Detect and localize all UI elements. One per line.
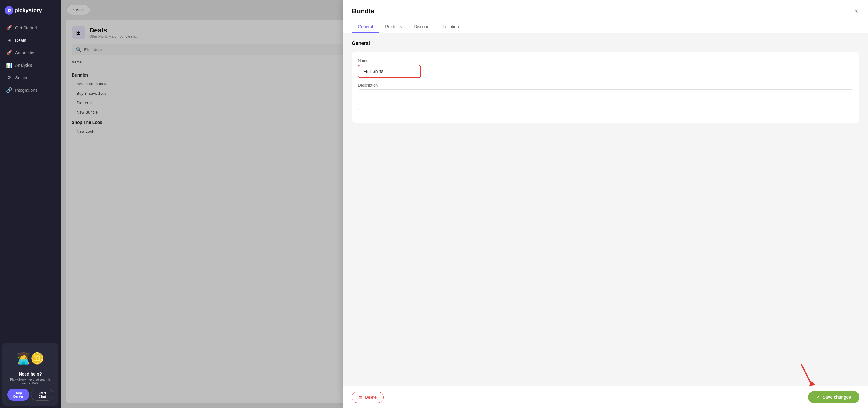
integrations-icon: 🔗 — [6, 87, 12, 93]
grid-icon: ⊞ — [6, 37, 12, 43]
sidebar-logo: ✿ pickystory — [0, 0, 61, 22]
main-area: ‹ Back ⊞ Deals Offer Mix & Match bundles… — [61, 0, 868, 408]
logo-icon: ✿ — [5, 6, 13, 14]
sidebar-item-label: Analytics — [15, 63, 32, 68]
sidebar-item-deals[interactable]: ⊞ Deals — [2, 34, 58, 46]
sidebar-item-get-started[interactable]: 🚀 Get Started — [2, 22, 58, 34]
sidebar: ✿ pickystory 🚀 Get Started ⊞ Deals 🚀 Aut… — [0, 0, 61, 408]
sidebar-item-label: Settings — [15, 75, 31, 80]
help-subtitle: PickyStory live chat team is online 24/7 — [7, 378, 54, 385]
tab-products[interactable]: Products — [379, 21, 408, 33]
save-label: Save changes — [823, 395, 851, 400]
modal-panel: Bundle × General Products Discount Locat… — [343, 0, 868, 408]
modal-backdrop: Bundle × General Products Discount Locat… — [61, 0, 868, 408]
check-icon: ✓ — [817, 395, 820, 400]
sidebar-item-label: Integrations — [15, 88, 37, 93]
description-input[interactable] — [358, 89, 854, 111]
description-label: Description — [358, 83, 854, 88]
tab-discount[interactable]: Discount — [408, 21, 436, 33]
sidebar-item-integrations[interactable]: 🔗 Integrations — [2, 84, 58, 96]
general-section-title: General — [352, 41, 860, 46]
start-chat-button[interactable]: Start Chat — [31, 388, 54, 401]
help-title: Need help? — [7, 372, 54, 376]
modal-close-button[interactable]: × — [853, 6, 860, 17]
name-form-group: Name — [358, 58, 854, 78]
automation-icon: 🚀 — [6, 50, 12, 56]
help-center-button[interactable]: Help Center — [7, 388, 29, 401]
analytics-icon: 📊 — [6, 62, 12, 68]
sidebar-item-label: Automation — [15, 51, 37, 55]
name-input[interactable] — [359, 66, 420, 77]
rocket-icon: 🚀 — [6, 25, 12, 31]
delete-label: Delete — [365, 395, 377, 400]
trash-icon: 🗑 — [359, 395, 363, 400]
name-label: Name — [358, 58, 854, 63]
sidebar-item-automation[interactable]: 🚀 Automation — [2, 47, 58, 59]
tab-location[interactable]: Location — [437, 21, 465, 33]
sidebar-item-label: Deals — [15, 38, 26, 43]
modal-header: Bundle × General Products Discount Locat… — [343, 0, 868, 33]
settings-icon: ⚙ — [6, 75, 12, 81]
sidebar-item-analytics[interactable]: 📊 Analytics — [2, 59, 58, 71]
sidebar-item-settings[interactable]: ⚙ Settings — [2, 72, 58, 84]
delete-button[interactable]: 🗑 Delete — [352, 391, 383, 403]
help-section: 👩‍💻🪙 Need help? PickyStory live chat tea… — [2, 343, 58, 406]
modal-body: General Name Description — [343, 33, 868, 386]
form-card: Name Description — [352, 52, 860, 123]
modal-tabs: General Products Discount Location — [352, 21, 860, 33]
tab-general[interactable]: General — [352, 21, 379, 33]
sidebar-navigation: 🚀 Get Started ⊞ Deals 🚀 Automation 📊 Ana… — [0, 22, 61, 341]
modal-footer: 🗑 Delete ✓ Save changes — [343, 386, 868, 408]
description-form-group: Description — [358, 83, 854, 112]
help-illustration: 👩‍💻🪙 — [7, 348, 54, 369]
logo-text: ✿ pickystory — [5, 6, 42, 14]
save-changes-button[interactable]: ✓ Save changes — [808, 391, 860, 403]
sidebar-item-label: Get Started — [15, 26, 37, 30]
name-input-wrapper — [358, 65, 421, 78]
modal-title: Bundle — [352, 7, 374, 15]
logo-label: pickystory — [14, 7, 42, 14]
